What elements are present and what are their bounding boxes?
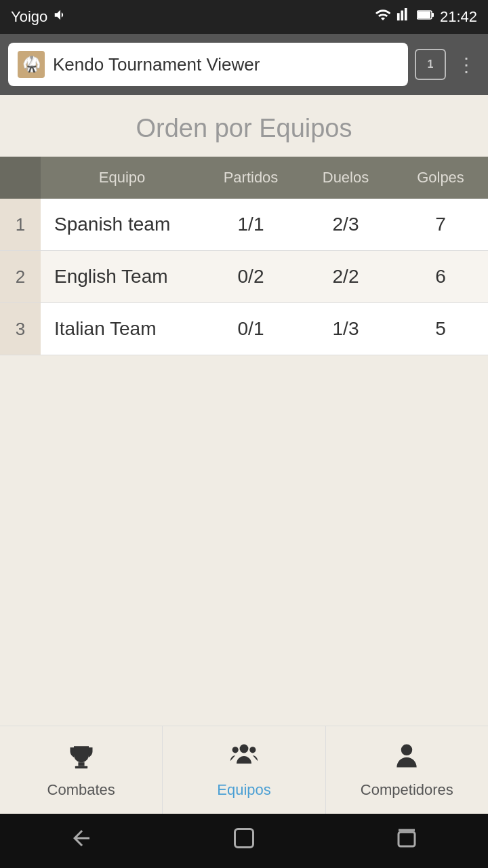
nav-equipos[interactable]: Equipos (163, 726, 325, 814)
golpes-cell: 5 (393, 303, 488, 355)
duelos-cell: 2/2 (298, 251, 393, 303)
status-bar: Yoigo 21:42 (0, 0, 488, 34)
team-icon (229, 741, 259, 777)
header-equipo: Equipo (41, 157, 203, 199)
svg-rect-4 (75, 766, 87, 769)
tab-counter-button[interactable]: 1 (415, 49, 446, 80)
golpes-cell: 6 (393, 251, 488, 303)
standings-table: Equipo Partidos Duelos Golpes 1 Spanish … (0, 157, 488, 355)
nav-equipos-label: Equipos (217, 781, 271, 799)
table-body: 1 Spanish team 1/1 2/3 7 2 English Team … (0, 199, 488, 355)
signal-icon (396, 7, 411, 26)
time-display: 21:42 (440, 8, 477, 26)
home-button[interactable] (232, 826, 256, 856)
svg-point-6 (232, 747, 239, 753)
trophy-icon (66, 741, 96, 777)
table-header-row: Equipo Partidos Duelos Golpes (0, 157, 488, 199)
bottom-nav: Combates Equipos Competidores (0, 726, 488, 814)
svg-rect-1 (418, 12, 430, 18)
svg-point-7 (249, 747, 256, 753)
header-duelos: Duelos (298, 157, 393, 199)
rank-cell: 1 (0, 199, 41, 251)
app-icon: 🥋 (18, 51, 45, 78)
partidos-cell: 0/2 (203, 251, 298, 303)
status-right: 21:42 (375, 7, 477, 27)
top-bar-actions: 1 ⋮ (415, 49, 480, 80)
rank-cell: 2 (0, 251, 41, 303)
wifi-icon (375, 7, 391, 27)
table-row: 3 Italian Team 0/1 1/3 5 (0, 303, 488, 355)
team-cell: Spanish team (41, 199, 203, 251)
svg-rect-9 (235, 829, 253, 848)
overflow-menu-button[interactable]: ⋮ (453, 50, 480, 80)
golpes-cell: 7 (393, 199, 488, 251)
main-content: Orden por Equipos Equipo Partidos Duelos… (0, 95, 488, 726)
team-cell: Italian Team (41, 303, 203, 355)
rank-cell: 3 (0, 303, 41, 355)
system-nav (0, 814, 488, 868)
battery-icon (417, 7, 434, 26)
table-row: 2 English Team 0/2 2/2 6 (0, 251, 488, 303)
header-partidos: Partidos (203, 157, 298, 199)
recents-button[interactable] (394, 826, 419, 856)
svg-point-8 (401, 745, 413, 756)
back-button[interactable] (69, 826, 94, 856)
partidos-cell: 1/1 (203, 199, 298, 251)
team-cell: English Team (41, 251, 203, 303)
carrier-label: Yoigo (11, 8, 47, 26)
nav-competidores[interactable]: Competidores (326, 726, 488, 814)
status-left: Yoigo (11, 7, 68, 26)
header-golpes: Golpes (393, 157, 488, 199)
nav-competidores-label: Competidores (361, 781, 453, 799)
duelos-cell: 1/3 (298, 303, 393, 355)
page-title: Orden por Equipos (0, 95, 488, 157)
person-icon (392, 741, 422, 777)
top-bar: 🥋 Kendo Tournament Viewer 1 ⋮ (0, 34, 488, 95)
duelos-cell: 2/3 (298, 199, 393, 251)
nav-combates[interactable]: Combates (0, 726, 163, 814)
svg-point-5 (240, 745, 249, 753)
app-title: Kendo Tournament Viewer (53, 54, 260, 75)
tab-count: 1 (428, 58, 434, 71)
header-rank (0, 157, 41, 199)
svg-rect-10 (399, 832, 415, 846)
table-row: 1 Spanish team 1/1 2/3 7 (0, 199, 488, 251)
partidos-cell: 0/1 (203, 303, 298, 355)
svg-rect-3 (78, 762, 84, 766)
volume-icon (53, 7, 68, 26)
nav-combates-label: Combates (47, 781, 115, 799)
svg-rect-2 (432, 13, 434, 17)
address-bar[interactable]: 🥋 Kendo Tournament Viewer (8, 43, 408, 86)
